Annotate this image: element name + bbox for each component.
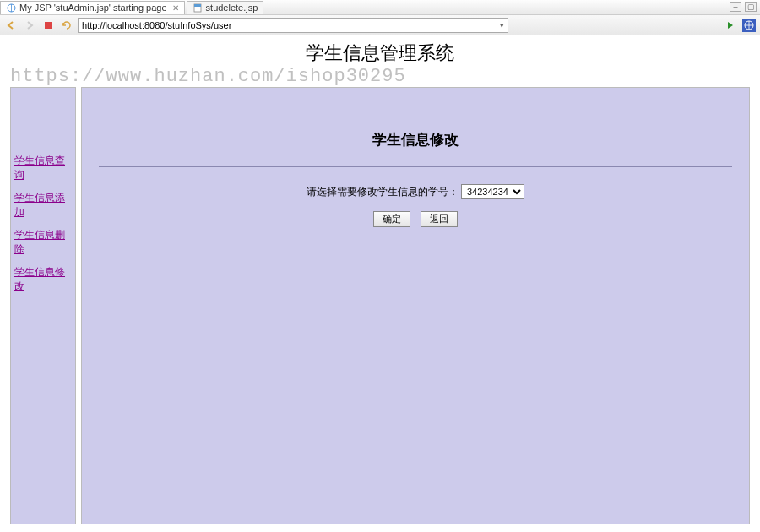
confirm-button[interactable]: 确定	[373, 211, 410, 227]
go-button[interactable]	[723, 18, 738, 33]
url-bar[interactable]: ▾	[78, 18, 508, 33]
tab-label: studelete.jsp	[206, 3, 258, 13]
url-toolbar: ▾	[0, 15, 760, 35]
prompt-label: 请选择需要修改学生信息的学号：	[307, 186, 459, 198]
main-panel: 学生信息修改 请选择需要修改学生信息的学号： 34234234 确定 返回	[81, 87, 750, 524]
svg-rect-2	[194, 4, 201, 7]
sidebar-item-delete[interactable]: 学生信息删除	[14, 228, 72, 257]
window-controls: – ▢	[730, 2, 757, 12]
globe-icon	[6, 3, 16, 13]
sidebar-item-modify[interactable]: 学生信息修改	[14, 265, 72, 294]
tab-studelete[interactable]: studelete.jsp	[187, 1, 264, 14]
stop-button[interactable]	[41, 18, 56, 33]
sidebar-item-query[interactable]: 学生信息查询	[14, 154, 72, 182]
chevron-down-icon[interactable]: ▾	[500, 21, 504, 30]
button-row: 确定 返回	[99, 211, 732, 227]
forward-button[interactable]	[22, 18, 37, 33]
page-area: 学生信息管理系统 https://www.huzhan.com/ishop302…	[0, 35, 760, 532]
panel-title: 学生信息修改	[99, 130, 732, 149]
back-button[interactable]	[3, 18, 19, 33]
tab-label: My JSP 'stuAdmin.jsp' starting page	[19, 3, 167, 13]
refresh-button[interactable]	[59, 18, 74, 33]
close-icon[interactable]: ✕	[172, 3, 179, 13]
back-button-form[interactable]: 返回	[421, 211, 458, 227]
divider	[99, 166, 732, 167]
jsp-file-icon	[193, 3, 203, 13]
student-id-select[interactable]: 34234234	[461, 184, 524, 199]
page-header: 学生信息管理系统	[10, 35, 750, 68]
svg-rect-3	[45, 22, 52, 29]
tab-stuadmin[interactable]: My JSP 'stuAdmin.jsp' starting page ✕	[0, 1, 185, 14]
maximize-button[interactable]: ▢	[745, 2, 757, 12]
watermark-text: https://www.huzhan.com/ishop30295	[10, 66, 750, 87]
browser-menu-icon[interactable]	[741, 18, 757, 33]
minimize-button[interactable]: –	[730, 2, 741, 12]
sidebar-item-add[interactable]: 学生信息添加	[14, 191, 72, 220]
form-row: 请选择需要修改学生信息的学号： 34234234	[99, 184, 732, 199]
url-input[interactable]	[82, 20, 500, 30]
system-title: 学生信息管理系统	[10, 41, 750, 66]
sidebar: 学生信息查询 学生信息添加 学生信息删除 学生信息修改	[10, 87, 76, 524]
tab-bar: My JSP 'stuAdmin.jsp' starting page ✕ st…	[0, 0, 760, 15]
